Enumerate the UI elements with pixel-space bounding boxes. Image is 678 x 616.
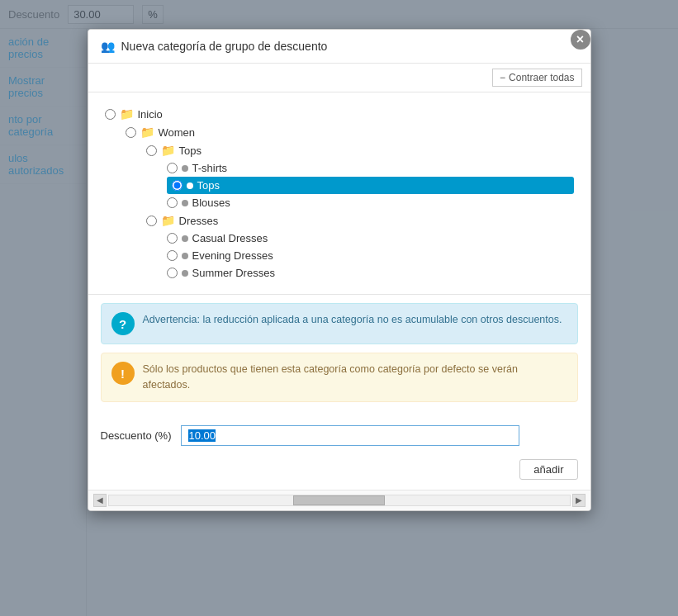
close-button[interactable]: × [569, 29, 591, 51]
radio-tshirts[interactable] [167, 163, 178, 173]
scroll-track[interactable] [108, 495, 571, 506]
tree-item-blouses[interactable]: Blouses [167, 194, 574, 211]
label-inicio: Inicio [138, 108, 163, 121]
tree-item-tshirts[interactable]: T-shirts [167, 159, 574, 177]
info-box-blue: ? Advertencia: la reducción aplicada a u… [101, 303, 578, 344]
folder-icon-tops: 📁 [161, 144, 175, 157]
collapse-label: Contraer todas [509, 72, 574, 83]
category-tree: 📁 Inicio 📁 Women 📁 Tops [88, 92, 590, 295]
tree-item-inicio[interactable]: 📁 Inicio [105, 105, 574, 123]
radio-blouses[interactable] [167, 197, 178, 208]
modal-title: Nueva categoría de grupo de descuento [121, 40, 328, 53]
modal-header: 👥 Nueva categoría de grupo de descuento [88, 30, 590, 64]
modal-dialog: × 👥 Nueva categoría de grupo de descuent… [88, 29, 591, 511]
scroll-thumb[interactable] [293, 495, 386, 505]
info-icon-blue: ? [111, 312, 135, 335]
horizontal-scrollbar[interactable]: ◀ ▶ [88, 490, 590, 510]
info-boxes: ? Advertencia: la reducción aplicada a u… [88, 295, 590, 419]
radio-evening-dresses[interactable] [167, 250, 178, 261]
label-dresses-folder: Dresses [179, 215, 219, 227]
info-box-orange: ! Sólo los productos que tienen esta cat… [101, 353, 578, 402]
radio-women[interactable] [126, 127, 136, 138]
dot-icon-blouses [182, 200, 188, 206]
label-tshirts: T-shirts [192, 162, 228, 174]
modal-toolbar: − Contraer todas [88, 64, 590, 92]
info-text-orange: Sólo los productos que tienen esta categ… [143, 362, 567, 393]
add-button[interactable]: añadir [519, 459, 577, 480]
dot-icon-summer-dresses [182, 270, 188, 277]
tree-item-tops-selected[interactable]: Tops [167, 177, 574, 194]
tree-item-women[interactable]: 📁 Women [126, 123, 574, 141]
discount-percent-label: Descuento (%) [101, 429, 172, 442]
dot-icon-casual-dresses [182, 235, 188, 242]
label-tops-selected: Tops [197, 179, 220, 192]
label-blouses: Blouses [192, 197, 230, 209]
label-casual-dresses: Casual Dresses [192, 232, 268, 244]
tree-item-summer-dresses[interactable]: Summer Dresses [167, 264, 574, 282]
label-evening-dresses: Evening Dresses [192, 249, 273, 262]
dot-icon-tops [187, 182, 193, 189]
tree-item-tops-folder[interactable]: 📁 Tops [146, 141, 574, 159]
modal-overlay: × 👥 Nueva categoría de grupo de descuent… [0, 0, 678, 616]
discount-percent-input[interactable] [181, 425, 519, 446]
radio-inicio[interactable] [105, 109, 116, 120]
folder-icon-inicio: 📁 [120, 107, 134, 121]
collapse-all-button[interactable]: − Contraer todas [492, 69, 581, 87]
tree-item-dresses-folder[interactable]: 📁 Dresses [146, 211, 574, 230]
radio-tops-selected[interactable] [172, 180, 183, 191]
label-summer-dresses: Summer Dresses [192, 267, 275, 279]
collapse-icon: − [500, 72, 505, 83]
info-text-blue: Advertencia: la reducción aplicada a una… [143, 312, 562, 328]
tree-item-casual-dresses[interactable]: Casual Dresses [167, 230, 574, 247]
add-row: añadir [88, 456, 590, 490]
radio-tops-folder[interactable] [146, 145, 157, 156]
dot-icon-evening-dresses [182, 253, 188, 259]
label-tops-folder: Tops [179, 145, 202, 157]
tree-item-evening-dresses[interactable]: Evening Dresses [167, 247, 574, 264]
folder-icon-women: 📁 [140, 126, 154, 139]
scroll-left-arrow[interactable]: ◀ [93, 494, 107, 507]
group-icon: 👥 [101, 40, 115, 53]
dot-icon-tshirts [182, 165, 188, 172]
radio-dresses-folder[interactable] [146, 216, 157, 226]
folder-icon-dresses: 📁 [161, 214, 175, 227]
label-women: Women [159, 126, 196, 139]
radio-summer-dresses[interactable] [167, 268, 178, 278]
discount-row: Descuento (%) [88, 419, 590, 456]
info-icon-orange: ! [111, 362, 135, 385]
radio-casual-dresses[interactable] [167, 233, 178, 244]
scroll-right-arrow[interactable]: ▶ [572, 494, 586, 507]
